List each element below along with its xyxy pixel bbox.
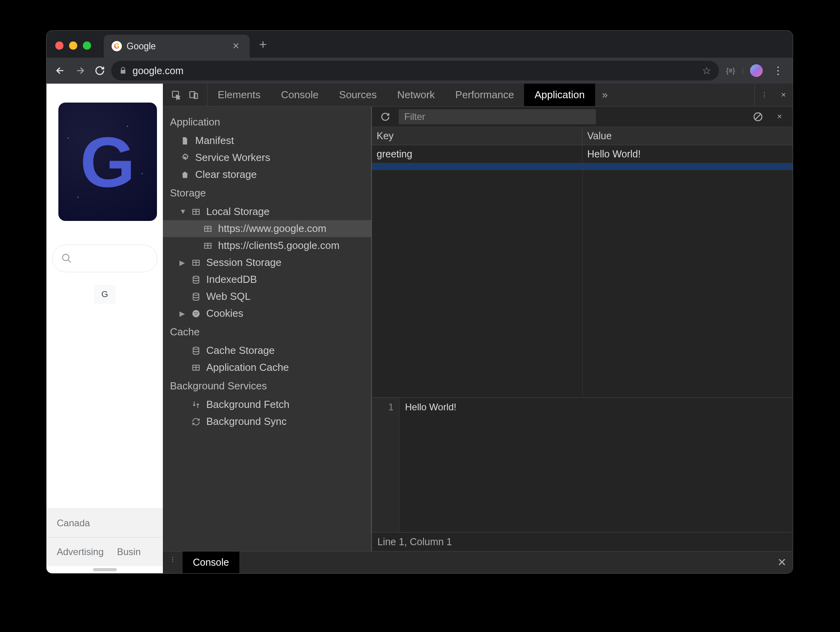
storage-table: Key Value greeting Hello World!	[372, 127, 793, 170]
section-storage: Storage	[163, 183, 371, 203]
footer-country: Canada	[57, 518, 90, 529]
search-buttons: G	[47, 285, 163, 304]
filter-input[interactable]	[399, 109, 596, 124]
back-button[interactable]	[52, 62, 69, 79]
preview-panel: 1 Hello World! Line 1, Column 1	[372, 397, 793, 551]
database-icon	[190, 274, 202, 285]
page-footer: Canada Advertising Busin	[47, 509, 163, 566]
browser-menu-button[interactable]: ⋮	[769, 65, 787, 77]
favicon-icon: G	[112, 41, 122, 51]
cell-key: greeting	[372, 145, 582, 163]
sidebar-item-origin-google[interactable]: https://www.google.com	[163, 220, 371, 237]
content-area: G G Canada Advertising Busin	[47, 84, 793, 573]
section-application: Application	[163, 112, 371, 132]
cell-value: Hello World!	[582, 145, 793, 163]
tab-network[interactable]: Network	[387, 84, 445, 106]
sidebar-item-cache-storage[interactable]: Cache Storage	[163, 342, 371, 359]
delete-selected-button[interactable]: ✕	[771, 109, 787, 125]
storage-main-panel: ✕ Key Value greeting Hello World!	[372, 107, 793, 551]
header-key[interactable]: Key	[372, 127, 582, 145]
line-gutter: 1	[372, 398, 399, 532]
footer-links-row: Advertising Busin	[47, 537, 163, 566]
gear-icon	[179, 152, 190, 163]
device-toggle-icon[interactable]	[186, 87, 202, 103]
bookmark-star-icon[interactable]: ☆	[702, 65, 711, 77]
footer-link-advertising[interactable]: Advertising	[57, 546, 104, 557]
database-icon	[190, 345, 202, 356]
cookie-icon	[190, 308, 202, 319]
table-row[interactable]: greeting Hello World!	[372, 145, 793, 163]
clear-all-button[interactable]	[750, 109, 766, 125]
forward-button[interactable]	[72, 62, 88, 79]
profile-avatar[interactable]	[750, 64, 763, 77]
reload-button[interactable]	[91, 62, 108, 79]
url-bar[interactable]: google.com ☆	[111, 61, 719, 80]
section-background-services: Background Services	[163, 376, 371, 396]
maximize-window-button[interactable]	[83, 41, 91, 50]
drawer-menu-button[interactable]: ⋮	[163, 552, 183, 567]
tab-sources[interactable]: Sources	[329, 84, 387, 106]
devtools-tabbar: Elements Console Sources Network Perform…	[163, 84, 793, 107]
svg-point-14	[195, 314, 196, 315]
window-controls	[47, 41, 100, 58]
sidebar-item-background-fetch[interactable]: Background Fetch	[163, 396, 371, 413]
header-value[interactable]: Value	[582, 127, 793, 145]
preview-text[interactable]: Hello World!	[399, 398, 462, 532]
drawer-close-button[interactable]: ✕	[771, 552, 793, 573]
devtools-menu-button[interactable]: ⋮	[755, 87, 774, 103]
database-icon	[190, 291, 202, 302]
web-page: G G Canada Advertising Busin	[47, 84, 163, 573]
table-icon	[202, 223, 213, 234]
devtools-close-button[interactable]: ✕	[774, 87, 793, 103]
devtools-tablist: Elements Console Sources Network Perform…	[207, 84, 615, 106]
section-cache: Cache	[163, 322, 371, 342]
svg-point-13	[196, 312, 198, 313]
trash-icon	[179, 169, 190, 180]
svg-point-0	[63, 254, 69, 261]
drawer-tab-console[interactable]: Console	[183, 552, 239, 573]
sidebar-item-indexeddb[interactable]: IndexedDB	[163, 271, 371, 288]
sidebar-item-cookies[interactable]: ▶ Cookies	[163, 305, 371, 322]
sidebar-item-origin-clients5[interactable]: https://clients5.google.com	[163, 237, 371, 254]
table-icon	[190, 206, 202, 217]
tab-performance[interactable]: Performance	[445, 84, 525, 106]
search-input[interactable]	[52, 245, 157, 272]
new-tab-button[interactable]: +	[250, 37, 276, 58]
browser-tab[interactable]: G Google ✕	[104, 35, 250, 58]
devtools-right-icons: ⋮ ✕	[754, 84, 793, 106]
sidebar-item-service-workers[interactable]: Service Workers	[163, 149, 371, 166]
sidebar-item-session-storage[interactable]: ▶ Session Storage	[163, 254, 371, 271]
lock-icon	[119, 67, 127, 75]
devtools-body: Application Manifest Service Workers Cle…	[163, 107, 793, 551]
more-tabs-button[interactable]: »	[595, 84, 615, 106]
google-doodle[interactable]: G	[58, 103, 157, 221]
doodle-letter: G	[80, 121, 135, 203]
table-body-empty[interactable]	[372, 170, 793, 397]
tab-title: Google	[127, 41, 224, 52]
table-row[interactable]	[372, 163, 793, 170]
sidebar-item-application-cache[interactable]: Application Cache	[163, 359, 371, 376]
refresh-button[interactable]	[377, 109, 393, 125]
minimize-window-button[interactable]	[69, 41, 77, 50]
svg-point-15	[193, 347, 199, 349]
tab-console[interactable]: Console	[271, 84, 329, 106]
application-sidebar: Application Manifest Service Workers Cle…	[163, 107, 372, 551]
svg-point-9	[193, 276, 199, 278]
sidebar-item-websql[interactable]: Web SQL	[163, 288, 371, 305]
tab-application[interactable]: Application	[524, 84, 595, 106]
sidebar-item-local-storage[interactable]: ▼ Local Storage	[163, 203, 371, 220]
table-header: Key Value	[372, 127, 793, 145]
close-tab-button[interactable]: ✕	[229, 39, 243, 53]
svg-point-10	[193, 293, 199, 295]
inspect-element-icon[interactable]	[168, 87, 184, 103]
titlebar: G Google ✕ +	[47, 31, 793, 58]
extension-badge[interactable]: {≡}	[722, 67, 739, 75]
sidebar-item-manifest[interactable]: Manifest	[163, 132, 371, 149]
tab-elements[interactable]: Elements	[207, 84, 271, 106]
sidebar-item-background-sync[interactable]: Background Sync	[163, 413, 371, 430]
close-window-button[interactable]	[55, 41, 63, 50]
footer-link-business[interactable]: Busin	[117, 546, 141, 557]
sidebar-item-clear-storage[interactable]: Clear storage	[163, 166, 371, 183]
google-search-button[interactable]: G	[94, 285, 116, 304]
devtools-drawer: ⋮ Console ✕	[163, 551, 793, 573]
